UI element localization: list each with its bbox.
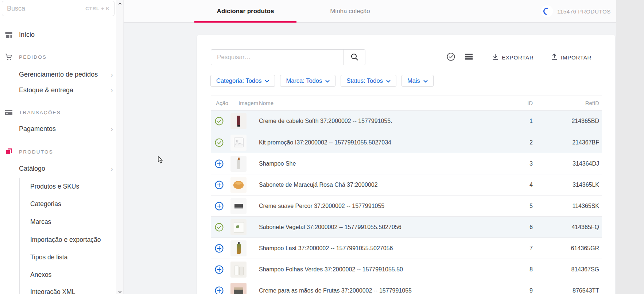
product-refid: 314364DJ [535, 160, 602, 167]
products-count: 115476 PRODUTOS [557, 0, 611, 23]
sidebar-item-catalogo[interactable]: Catálogo› [0, 163, 116, 174]
sidebar-item-label: Gerenciamento de pedidos [19, 71, 98, 78]
tab-minha-colecao[interactable]: Minha coleção [317, 0, 383, 23]
table-row: Shampoo Last 37:2000002 -- 1577991055.50… [211, 237, 602, 259]
products-table: AçãoImagemNomeIDRefID Creme de cabelo So… [211, 96, 602, 294]
chevron-right-icon: › [110, 71, 113, 78]
filter-chip-label: Marca: Todos [286, 77, 322, 84]
action-cell [211, 201, 230, 211]
filter-chip-marca[interactable]: Marca: Todos [280, 75, 335, 87]
image-cell [230, 262, 258, 278]
image-cell [230, 198, 258, 214]
main-area: Adicionar produtos Minha coleção 115476 … [124, 0, 616, 294]
tab-adicionar-produtos[interactable]: Adicionar produtos [194, 0, 296, 23]
product-name: Sabonete Vegetal 37:2000002 -- 157799105… [258, 224, 480, 231]
add-product-button[interactable] [214, 159, 224, 169]
sidebar-item-importacao-e-exportacao[interactable]: Importação e exportação [0, 235, 116, 245]
product-refid: 614365GR [535, 245, 602, 252]
image-cell [230, 177, 258, 193]
add-product-button[interactable] [214, 286, 224, 294]
sidebar-item-produtos-e-skus[interactable]: Produtos e SKUs [0, 181, 116, 192]
filter-chip-status[interactable]: Status: Todos [341, 75, 396, 87]
tab-adicionar-produtos-label: Adicionar produtos [217, 8, 274, 15]
loading-spinner-icon [541, 5, 553, 18]
sidebar-search-shortcut: CTRL + K [85, 6, 110, 11]
action-cell [211, 244, 230, 253]
table-row: Creme de cabelo Softh 37:2000002 -- 1577… [211, 111, 602, 132]
sidebar-item-gerenciamento-de-pedidos[interactable]: Gerenciamento de pedidos› [0, 69, 116, 80]
sidebar-item-estoque-entrega[interactable]: Estoque & entrega› [0, 85, 116, 95]
column-header-nome: Nome [258, 100, 480, 106]
table-header: AçãoImagemNomeIDRefID [211, 96, 602, 111]
filter-chip-mais[interactable]: Mais [401, 75, 434, 87]
image-cell [230, 283, 258, 294]
product-name: Creme para as mãos de Frutas 37:2000002 … [258, 287, 480, 294]
sidebar-item-label: Integração XML [30, 288, 75, 294]
added-check-button[interactable] [214, 138, 224, 147]
product-refid: 214367BF [535, 139, 602, 146]
sidebar-item-label: Marcas [30, 218, 51, 226]
import-button[interactable]: IMPORTAR [551, 49, 591, 65]
scroll-down-icon[interactable] [118, 289, 122, 293]
product-refid: 314365LK [535, 182, 602, 188]
sidebar-item-label: Início [19, 31, 35, 39]
add-product-button[interactable] [214, 201, 224, 211]
add-product-button[interactable] [214, 180, 224, 190]
product-name: Creme de cabelo Softh 37:2000002 -- 1577… [258, 118, 480, 124]
chevron-right-icon: › [110, 125, 113, 132]
chevron-down-icon [423, 77, 428, 84]
sidebar-item-tipos-de-lista[interactable]: Tipos de lista [0, 252, 116, 262]
product-id: 3 [480, 160, 535, 167]
added-check-button[interactable] [214, 116, 224, 126]
table-row: Shampoo She3314364DJ [211, 153, 602, 174]
sidebar-scrollbar[interactable] [116, 0, 124, 294]
product-id: 8 [480, 266, 535, 273]
products-card: EXPORTAR IMPORTAR Categoria: TodosMarca:… [197, 35, 615, 294]
sidebar-item-inicio[interactable]: Início [0, 30, 116, 40]
add-product-button[interactable] [214, 244, 224, 253]
action-cell [211, 286, 230, 294]
chevron-right-icon: › [110, 165, 113, 172]
product-id: 6 [480, 224, 535, 231]
product-image [230, 113, 247, 129]
action-cell [211, 223, 230, 232]
sidebar-item-integracao-xml[interactable]: Integração XML [0, 287, 116, 294]
sidebar-item-label: Pagamentos [19, 125, 56, 133]
right-gutter [616, 0, 644, 294]
product-search-input[interactable] [211, 50, 344, 65]
select-all-button[interactable] [445, 51, 457, 63]
add-product-button[interactable] [214, 265, 224, 274]
product-refid: 414365FQ [535, 224, 602, 231]
sidebar-item-anexos[interactable]: Anexos [0, 270, 116, 280]
sidebar-item-pagamentos[interactable]: Pagamentos› [0, 124, 116, 134]
sidebar-item-marcas[interactable]: Marcas [0, 217, 116, 227]
sidebar-item-produtos: PRODUTOS [0, 147, 116, 157]
product-id: 1 [480, 118, 535, 124]
active-tab-underline [194, 21, 296, 23]
image-cell [230, 156, 258, 172]
sidebar-search-placeholder: Busca [7, 5, 25, 12]
sidebar-search-input[interactable]: Busca CTRL + K [2, 1, 115, 16]
search-icon [350, 53, 358, 62]
sidebar-item-label: PRODUTOS [19, 149, 53, 155]
tab-minha-colecao-label: Minha coleção [330, 8, 370, 15]
sidebar-item-categorias[interactable]: Categorias [0, 199, 116, 209]
product-image [230, 240, 247, 256]
filter-chip-categoria[interactable]: Categoria: Todos [210, 75, 275, 87]
product-refid: 814367SG [535, 266, 602, 273]
store-icon [5, 31, 13, 38]
product-image [230, 283, 247, 294]
export-label: EXPORTAR [502, 54, 534, 61]
scroll-up-icon[interactable] [118, 1, 122, 5]
export-button[interactable]: EXPORTAR [492, 49, 534, 65]
table-row: Creme para as mãos de Frutas 37:2000002 … [211, 280, 602, 294]
list-view-button[interactable] [463, 51, 474, 63]
image-cell [230, 135, 258, 151]
search-button[interactable] [344, 50, 365, 65]
product-name: Shampoo Folhas Verdes 37:2000002 -- 1577… [258, 266, 480, 273]
added-check-button[interactable] [214, 223, 224, 232]
sidebar-item-label: Anexos [30, 271, 51, 279]
product-name: Creme suave Percor 37:2000002 -- 1577991… [258, 203, 480, 209]
product-image [230, 262, 247, 278]
product-id: 9 [480, 287, 535, 294]
